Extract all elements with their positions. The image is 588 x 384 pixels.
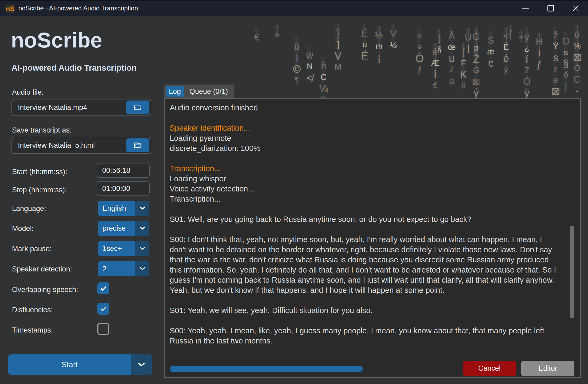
model-value: precise — [98, 221, 135, 236]
close-button[interactable] — [563, 1, 588, 16]
matrix-rain-column: Hiƒ — [533, 37, 546, 70]
log-line — [170, 295, 557, 305]
stop-time-label: Stop (hh:mm:ss): — [12, 186, 67, 194]
language-label: Language: — [12, 205, 46, 213]
log-line: Speaker identification... — [170, 123, 557, 133]
matrix-rain-column: )§ — [433, 33, 446, 55]
window-title: noScribe - AI-powered Audio Transcriptio… — [18, 5, 138, 12]
save-as-label: Save transcript as: — [12, 126, 72, 134]
checkmark-icon — [100, 285, 108, 293]
matrix-rain-column: V½ — [387, 29, 400, 51]
save-as-input[interactable]: Interview Natalia_5.html — [11, 137, 151, 154]
app-title: noScribe — [11, 28, 102, 53]
matrix-rain-column: GpŽG⊠ý — [470, 31, 483, 98]
matrix-rain-column: û|©¶ — [291, 41, 303, 86]
log-line: Loading pyannote — [170, 133, 557, 143]
matrix-rain-column: » — [271, 29, 284, 40]
log-line: S01: Yeah, we will see, yeah. Difficult … — [170, 305, 557, 315]
matrix-rain-column: Äœuža — [445, 30, 458, 86]
matrix-rain-column: ẅN≮ — [303, 50, 316, 83]
stop-time-value: 01:00:00 — [102, 185, 130, 193]
disfluencies-checkbox[interactable] — [97, 303, 109, 315]
language-value: English — [98, 201, 135, 216]
log-line — [170, 113, 557, 123]
window-controls — [513, 1, 588, 16]
open-folder-icon — [133, 103, 142, 111]
matrix-rain-column: Sæc — [484, 35, 497, 69]
log-line — [170, 224, 557, 234]
stop-time-input[interactable]: 01:00:00 — [97, 181, 150, 196]
close-icon — [572, 5, 579, 12]
model-dropdown[interactable]: precise — [98, 221, 149, 236]
speaker-detection-dropdown[interactable]: 2 — [98, 261, 149, 276]
checkmark-icon — [100, 305, 108, 313]
maximize-button[interactable] — [538, 1, 563, 16]
matrix-rain-column: }]VM — [332, 28, 344, 73]
log-line — [170, 153, 557, 163]
log-line: discrete_diarization: 100% — [170, 143, 557, 153]
speaker-detection-label: Speaker detection: — [12, 265, 72, 273]
timestamps-checkbox[interactable] — [97, 323, 109, 335]
log-line: S00: Yeah, yeah. I mean, like, yeah, I g… — [170, 326, 557, 346]
log-line: S01: Well, are you going back to Russia … — [170, 214, 557, 224]
audio-file-value: Interview Natalia.mp4 — [18, 103, 87, 112]
log-line: Loading whisper — [170, 174, 557, 184]
tab-log[interactable]: Log — [166, 86, 184, 97]
start-button[interactable]: Start — [8, 354, 152, 375]
chevron-down-icon — [139, 226, 146, 231]
log-line: S00: I don't think that, yeah, not anyti… — [170, 234, 557, 295]
sidebar: noScribe AI-powered Audio Transcription … — [0, 16, 160, 384]
app-subtitle: AI-powered Audio Transcription — [11, 63, 137, 73]
chevron-down-icon — [139, 266, 146, 271]
log-line: Audio conversion finished — [170, 103, 557, 113]
log-line: Voice activity detection... — [170, 184, 557, 194]
start-button-label: Start — [8, 354, 131, 375]
matrix-rain-column: € — [251, 32, 263, 43]
titlebar: nS noScribe - AI-powered Audio Transcrip… — [0, 0, 588, 16]
chevron-down-icon — [139, 246, 146, 251]
timestamps-label: Timestamps: — [12, 326, 53, 334]
disfluencies-label: Disfluencies: — [12, 306, 53, 314]
log-line — [170, 315, 557, 326]
start-time-value: 00:56:18 — [102, 166, 130, 175]
cancel-button[interactable]: Cancel — [463, 361, 516, 376]
tab-strip: Log Queue (0/1) — [164, 85, 234, 98]
save-as-value: Interview Natalia_5.html — [18, 141, 95, 150]
matrix-rain-column: ÊūÉ — [358, 28, 371, 61]
log-scrollbar[interactable] — [570, 226, 574, 318]
start-time-input[interactable]: 00:56:18 — [97, 163, 150, 178]
minimize-icon — [522, 8, 529, 9]
log-output[interactable]: Audio conversion finished Speaker identi… — [170, 103, 557, 346]
app-icon: nS — [6, 4, 15, 13]
chevron-down-icon — [137, 362, 145, 367]
log-line — [170, 204, 557, 214]
chevron-down-icon — [139, 206, 146, 211]
mark-pause-dropdown[interactable]: 1sec+ — [98, 241, 149, 256]
matrix-rain-column: ½m¡ — [373, 30, 386, 63]
matrix-rain-column: «÷Óƒ — [413, 30, 426, 75]
overlapping-speech-checkbox[interactable] — [97, 282, 109, 294]
matrix-rain-column: Os§ő| — [559, 36, 572, 92]
matrix-rain-column: ó%⊠ÒC- — [571, 29, 583, 96]
audio-file-input[interactable]: Interview Natalia.mp4 — [11, 99, 151, 116]
matrix-rain-column: ý¿í7Óÿ — [521, 31, 533, 98]
minimize-button[interactable] — [513, 1, 538, 16]
model-label: Model: — [12, 225, 34, 233]
editor-button[interactable]: Editor — [521, 361, 574, 376]
log-line: Transcription... — [170, 194, 557, 204]
language-dropdown[interactable]: English — [98, 201, 149, 216]
noscribe-window: { "window": { "title": "noScribe - AI-po… — [0, 0, 588, 384]
mark-pause-value: 1sec+ — [98, 241, 135, 256]
audio-file-label: Audio file: — [12, 88, 44, 97]
speaker-detection-value: 2 — [98, 261, 135, 276]
tab-queue[interactable]: Queue (0/1) — [186, 86, 231, 97]
progress-bar — [170, 366, 363, 372]
browse-save-button[interactable] — [126, 138, 149, 152]
start-options-button[interactable] — [131, 354, 152, 375]
browse-audio-button[interactable] — [126, 101, 149, 114]
start-time-label: Start (hh:mm:ss): — [12, 168, 67, 176]
mark-pause-label: Mark pause: — [12, 245, 52, 253]
log-line: Transcription... — [170, 163, 557, 174]
open-folder-icon — [133, 141, 142, 149]
log-panel: Audio conversion finished Speaker identi… — [164, 98, 581, 378]
